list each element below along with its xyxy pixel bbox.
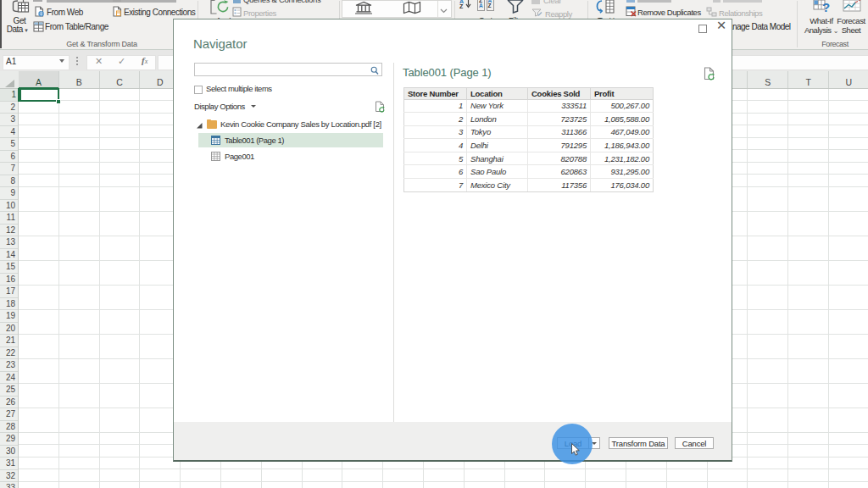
svg-text:?: ?	[822, 0, 830, 14]
